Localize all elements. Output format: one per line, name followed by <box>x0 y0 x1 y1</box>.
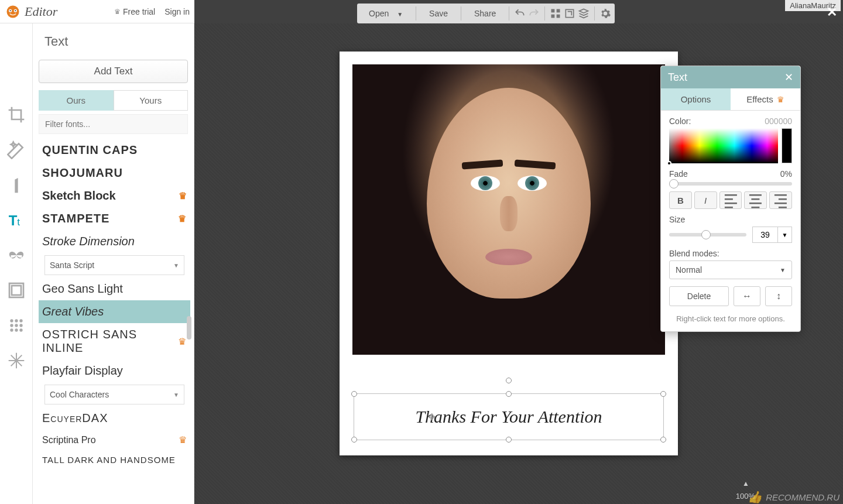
separator <box>416 6 416 20</box>
font-item[interactable]: Stroke Dimension <box>39 230 190 253</box>
font-label: OSTRICH SANS INLINE <box>42 328 178 355</box>
size-input[interactable] <box>752 227 778 243</box>
text-tool-icon[interactable]: Tt <box>7 211 26 229</box>
separator <box>544 6 545 20</box>
font-item[interactable]: Geo Sans Light <box>39 277 190 300</box>
svg-point-21 <box>10 328 13 331</box>
font-label: Stroke Dimension <box>42 235 135 248</box>
resize-handle[interactable] <box>506 437 512 443</box>
font-item[interactable]: Scriptina Pro♛ <box>39 430 190 450</box>
open-button[interactable]: Open ▼ <box>361 5 411 22</box>
slider-thumb[interactable] <box>701 230 711 239</box>
font-item[interactable]: STAMPETE♛ <box>39 207 190 230</box>
layers-icon[interactable] <box>578 8 590 19</box>
size-stepper[interactable]: ▼ <box>778 227 792 243</box>
bold-button[interactable]: B <box>669 191 692 209</box>
font-label: STAMPETE <box>42 212 109 225</box>
font-item[interactable]: Playfair Display <box>39 359 190 382</box>
close-icon[interactable]: ✕ <box>784 71 793 84</box>
add-text-button[interactable]: Add Text <box>39 60 188 83</box>
separator <box>594 6 595 20</box>
flip-horizontal-button[interactable]: ↔ <box>734 286 760 306</box>
watermark-text: RECOMMEND.RU <box>766 492 839 502</box>
resize-handle[interactable] <box>506 391 512 397</box>
texture-icon[interactable] <box>7 316 26 335</box>
resize-handle[interactable] <box>351 391 357 397</box>
font-item[interactable]: Sketch Block♛ <box>39 184 190 207</box>
snowflake-icon[interactable] <box>7 351 26 370</box>
resize-icon[interactable] <box>564 8 575 19</box>
free-trial-link[interactable]: ♛ Free trial <box>114 7 155 16</box>
resize-handle[interactable] <box>660 391 666 397</box>
tab-yours[interactable]: Yours <box>114 90 189 111</box>
font-label: QUENTIN CAPS <box>42 143 138 157</box>
svg-point-0 <box>7 5 19 18</box>
color-value[interactable]: 000000 <box>765 116 792 126</box>
main-toolbar: Open ▼ Save Share <box>357 4 615 23</box>
photo-frame[interactable]: Thanks For Your Attention ✥ <box>340 52 678 455</box>
font-item[interactable]: SHOJUMARU <box>39 162 190 184</box>
tab-ours[interactable]: Ours <box>39 90 114 111</box>
zoom-arrow-icon[interactable]: ▲ <box>742 479 749 488</box>
panel-header[interactable]: Text ✕ <box>661 66 800 88</box>
text-selection-box[interactable]: Thanks For Your Attention ✥ <box>354 393 664 440</box>
font-item[interactable]: EcuyerDAX <box>39 407 190 430</box>
select-value: Santa Script <box>50 260 94 270</box>
fonts-panel: Text Add Text Ours Yours QUENTIN CAPS SH… <box>33 23 194 504</box>
align-left-button[interactable] <box>719 191 742 209</box>
close-overlay-icon[interactable]: ✕ <box>827 5 837 20</box>
font-item[interactable]: Great Vibes <box>39 300 190 323</box>
resize-handle[interactable] <box>351 437 357 443</box>
undo-icon[interactable] <box>514 8 526 19</box>
svg-point-22 <box>15 328 18 331</box>
canvas-text[interactable]: Thanks For Your Attention <box>415 407 602 427</box>
move-icon[interactable]: ✥ <box>428 412 436 423</box>
frame-icon[interactable] <box>7 281 26 300</box>
scrollbar-thumb[interactable] <box>187 316 191 340</box>
lipstick-icon[interactable] <box>7 176 26 194</box>
color-spectrum[interactable] <box>669 128 778 163</box>
resize-handle[interactable] <box>660 437 666 443</box>
grid-icon[interactable] <box>550 8 561 19</box>
svg-rect-9 <box>566 9 574 17</box>
filter-fonts-input[interactable] <box>39 114 188 134</box>
size-slider[interactable] <box>669 233 746 236</box>
delete-button[interactable]: Delete <box>669 286 729 306</box>
font-category-select[interactable]: Santa Script▼ <box>44 255 184 275</box>
left-toolstrip: Tt <box>0 23 33 504</box>
blend-value: Normal <box>676 265 702 275</box>
redo-icon[interactable] <box>528 8 540 19</box>
save-button[interactable]: Save <box>421 5 456 22</box>
align-center-button[interactable] <box>744 191 767 209</box>
tab-options[interactable]: Options <box>661 88 731 110</box>
magic-wand-icon[interactable] <box>7 140 26 159</box>
rotate-handle[interactable] <box>506 378 512 383</box>
spectrum-cursor[interactable] <box>667 161 671 166</box>
tab-effects[interactable]: Effects♛ <box>731 88 800 110</box>
fade-slider[interactable] <box>669 182 792 186</box>
chevron-down-icon: ▼ <box>780 267 786 273</box>
font-list[interactable]: QUENTIN CAPS SHOJUMARU Sketch Block♛ STA… <box>39 139 190 504</box>
app-header: Editor ♛ Free trial Sign in <box>0 0 194 23</box>
sign-in-link[interactable]: Sign in <box>165 7 190 16</box>
align-right-button[interactable] <box>769 191 792 209</box>
svg-text:t: t <box>17 216 20 228</box>
flip-vertical-button[interactable]: ↕ <box>765 286 792 306</box>
butterfly-icon[interactable] <box>7 246 26 265</box>
font-source-tabs: Ours Yours <box>39 90 188 111</box>
crown-icon: ♛ <box>179 434 187 445</box>
gear-icon[interactable] <box>599 8 611 19</box>
font-item[interactable]: TALL DARK AND HANDSOME <box>39 450 190 469</box>
blend-mode-select[interactable]: Normal▼ <box>669 260 792 279</box>
crop-icon[interactable] <box>7 105 26 124</box>
svg-rect-14 <box>12 286 21 295</box>
font-item[interactable]: QUENTIN CAPS <box>39 139 190 162</box>
brightness-slider[interactable] <box>782 128 792 163</box>
share-button[interactable]: Share <box>466 5 504 22</box>
slider-thumb[interactable] <box>669 179 678 188</box>
svg-point-16 <box>15 319 18 322</box>
font-label: Scriptina Pro <box>42 435 96 445</box>
italic-button[interactable]: I <box>694 191 717 209</box>
font-category-select[interactable]: Cool Characters▼ <box>44 385 184 404</box>
font-item[interactable]: OSTRICH SANS INLINE♛ <box>39 323 190 359</box>
